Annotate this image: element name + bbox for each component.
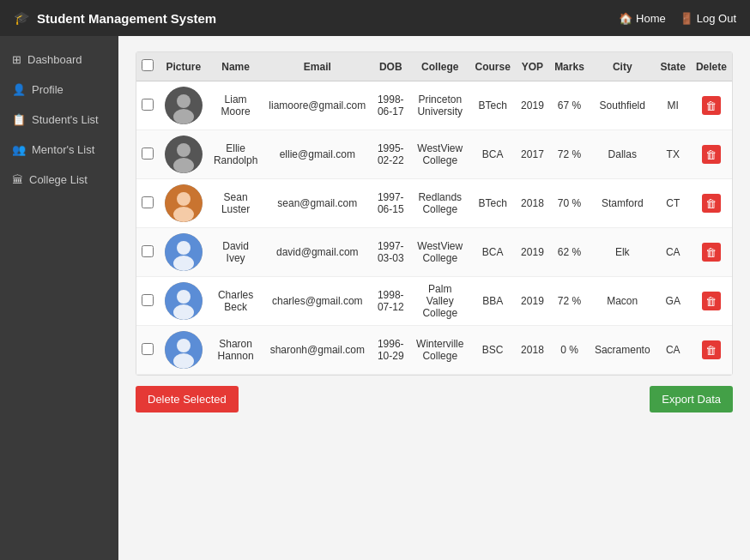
row-yop-cell: 2019: [516, 81, 549, 130]
row-delete-cell: 🗑: [691, 326, 732, 375]
row-yop-cell: 2019: [516, 228, 549, 277]
svg-point-16: [177, 339, 191, 352]
row-yop-cell: 2018: [516, 179, 549, 228]
table-row: Liam Moore liamoore@gmail.com 1998-06-17…: [136, 81, 732, 130]
avatar: [165, 87, 203, 124]
row-name-cell: Liam Moore: [208, 81, 263, 130]
row-delete-cell: 🗑: [691, 81, 732, 130]
row-city-cell: Stamford: [590, 179, 656, 228]
row-marks-cell: 72 %: [549, 130, 590, 179]
row-checkbox-cell: [136, 277, 159, 326]
table-row: Sharon Hannon sharonh@gmail.com 1996-10-…: [136, 326, 732, 375]
sidebar-label-college: College List: [29, 173, 88, 186]
sidebar-item-students-list[interactable]: 📋 Student's List: [0, 105, 118, 135]
row-checkbox-cell: [136, 228, 159, 277]
row-state-cell: CA: [656, 326, 691, 375]
svg-point-17: [173, 353, 194, 369]
sidebar-item-mentors-list[interactable]: 👥 Mentor's List: [0, 135, 118, 165]
col-header-name: Name: [208, 52, 263, 81]
home-label: Home: [636, 12, 666, 25]
row-picture-cell: [159, 130, 208, 179]
app-title: Student Management System: [37, 11, 216, 26]
svg-point-14: [173, 304, 194, 320]
row-course-cell: BTech: [470, 179, 516, 228]
delete-row-button[interactable]: 🗑: [702, 96, 721, 115]
row-state-cell: CA: [656, 228, 691, 277]
delete-selected-button[interactable]: Delete Selected: [136, 386, 239, 412]
avatar: [165, 233, 203, 271]
col-header-dob: DOB: [371, 52, 410, 81]
row-delete-cell: 🗑: [691, 130, 732, 179]
row-name-cell: Charles Beck: [208, 277, 263, 326]
home-icon: 🏠: [619, 12, 632, 25]
table-row: Charles Beck charles@gmail.com 1998-07-1…: [136, 277, 732, 326]
col-header-college: College: [410, 52, 470, 81]
row-city-cell: Sacramento: [590, 326, 656, 375]
sidebar-label-students: Student's List: [32, 113, 99, 126]
delete-row-button[interactable]: 🗑: [702, 194, 721, 213]
row-name-cell: Sharon Hannon: [208, 326, 263, 375]
sidebar-label-profile: Profile: [32, 83, 64, 96]
row-checkbox-2[interactable]: [142, 148, 154, 160]
delete-row-button[interactable]: 🗑: [702, 340, 721, 359]
header: 🎓 Student Management System 🏠 Home 🚪 Log…: [0, 0, 750, 36]
row-picture-cell: [159, 179, 208, 228]
col-header-checkbox: [136, 52, 159, 81]
row-delete-cell: 🗑: [691, 179, 732, 228]
delete-row-button[interactable]: 🗑: [702, 145, 721, 164]
header-title-area: 🎓 Student Management System: [14, 10, 216, 26]
delete-row-button[interactable]: 🗑: [702, 292, 721, 310]
row-dob-cell: 1997-03-03: [371, 228, 410, 277]
sidebar-item-dashboard[interactable]: ⊞ Dashboard: [0, 45, 118, 75]
export-data-button[interactable]: Export Data: [650, 386, 733, 412]
row-checkbox-4[interactable]: [142, 245, 154, 257]
row-picture-cell: [159, 228, 208, 277]
svg-point-1: [177, 94, 191, 108]
col-header-marks: Marks: [549, 52, 590, 81]
select-all-checkbox[interactable]: [142, 59, 154, 71]
row-checkbox-5[interactable]: [142, 294, 154, 306]
logout-link[interactable]: 🚪 Log Out: [680, 12, 736, 25]
row-delete-cell: 🗑: [691, 277, 732, 326]
row-email-cell: sharonh@gmail.com: [263, 326, 371, 375]
college-icon: 🏛: [12, 173, 23, 186]
svg-point-10: [177, 241, 191, 255]
row-checkbox-6[interactable]: [142, 343, 154, 355]
row-delete-cell: 🗑: [691, 228, 732, 277]
mentors-icon: 👥: [12, 143, 26, 156]
svg-point-13: [177, 290, 191, 304]
row-checkbox-3[interactable]: [142, 196, 154, 208]
table-header-row: Picture Name Email DOB College Course YO…: [136, 52, 732, 81]
row-marks-cell: 67 %: [549, 81, 590, 130]
home-link[interactable]: 🏠 Home: [619, 12, 666, 25]
svg-point-7: [177, 192, 191, 206]
delete-row-button[interactable]: 🗑: [702, 243, 721, 262]
row-checkbox-cell: [136, 81, 159, 130]
col-header-state: State: [656, 52, 691, 81]
row-checkbox-cell: [136, 130, 159, 179]
col-header-course: Course: [470, 52, 516, 81]
table-row: Sean Luster sean@gmail.com 1997-06-15 Re…: [136, 179, 732, 228]
row-yop-cell: 2017: [516, 130, 549, 179]
body: ⊞ Dashboard 👤 Profile 📋 Student's List 👥…: [0, 36, 750, 560]
students-table-container: Picture Name Email DOB College Course YO…: [136, 51, 733, 376]
row-email-cell: liamoore@gmail.com: [263, 81, 371, 130]
main-content: Picture Name Email DOB College Course YO…: [118, 36, 750, 560]
sidebar-item-profile[interactable]: 👤 Profile: [0, 75, 118, 105]
row-checkbox-cell: [136, 179, 159, 228]
students-icon: 📋: [12, 113, 26, 126]
row-marks-cell: 70 %: [549, 179, 590, 228]
sidebar-label-dashboard: Dashboard: [27, 53, 82, 66]
row-picture-cell: [159, 277, 208, 326]
row-city-cell: Elk: [590, 228, 656, 277]
row-checkbox-cell: [136, 326, 159, 375]
sidebar: ⊞ Dashboard 👤 Profile 📋 Student's List 👥…: [0, 36, 118, 560]
row-city-cell: Southfield: [590, 81, 656, 130]
sidebar-item-college-list[interactable]: 🏛 College List: [0, 165, 118, 195]
row-email-cell: ellie@gmail.com: [263, 130, 371, 179]
row-dob-cell: 1998-06-17: [371, 81, 410, 130]
row-checkbox-1[interactable]: [142, 99, 154, 111]
row-state-cell: CT: [656, 179, 691, 228]
logout-label: Log Out: [697, 12, 736, 25]
col-header-delete: Delete: [691, 52, 732, 81]
